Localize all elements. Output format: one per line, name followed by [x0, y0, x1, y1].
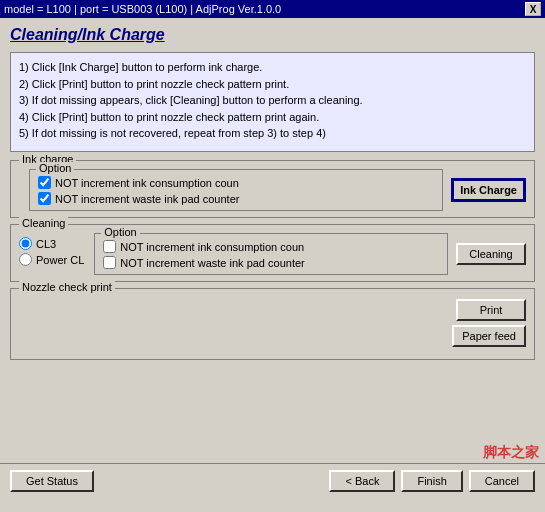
cleaning-checkbox1[interactable] [103, 240, 116, 253]
paper-feed-button[interactable]: Paper feed [452, 325, 526, 347]
bottom-bar: Get Status < Back Finish Cancel [0, 463, 545, 498]
instructions-box: 1) Click [Ink Charge] button to perform … [10, 52, 535, 152]
bottom-right: < Back Finish Cancel [329, 470, 535, 492]
instruction-line-5: 5) If dot missing is not recovered, repe… [19, 125, 526, 142]
ink-charge-option-label: Option [36, 162, 74, 174]
get-status-button[interactable]: Get Status [10, 470, 94, 492]
ink-charge-options: Option NOT increment ink consumption cou… [29, 169, 443, 211]
cleaning-options: Option NOT increment ink consumption cou… [94, 233, 448, 275]
instruction-line-4: 4) Click [Print] button to print nozzle … [19, 109, 526, 126]
back-button[interactable]: < Back [329, 470, 395, 492]
cleaning-radio2-label: Power CL [36, 254, 84, 266]
cleaning-checkbox1-row: NOT increment ink consumption coun [103, 240, 439, 253]
cleaning-section: Cleaning CL3 Power CL Option NOT increme… [10, 224, 535, 282]
ink-charge-button[interactable]: Ink Charge [451, 178, 526, 202]
instruction-line-1: 1) Click [Ink Charge] button to perform … [19, 59, 526, 76]
cleaning-radio2[interactable] [19, 253, 32, 266]
ink-charge-section: Ink charge Option NOT increment ink cons… [10, 160, 535, 218]
ink-charge-checkbox2[interactable] [38, 192, 51, 205]
main-content: Cleaning/Ink Charge 1) Click [Ink Charge… [0, 18, 545, 498]
cleaning-label: Cleaning [19, 217, 68, 229]
cleaning-checkbox2-row: NOT increment waste ink pad counter [103, 256, 439, 269]
title-bar-text: model = L100 | port = USB003 (L100) | Ad… [4, 3, 281, 15]
ink-charge-checkbox2-label: NOT increment waste ink pad counter [55, 193, 239, 205]
cancel-button[interactable]: Cancel [469, 470, 535, 492]
watermark: 脚本之家 [483, 444, 539, 462]
cleaning-checkbox2-label: NOT increment waste ink pad counter [120, 257, 304, 269]
ink-charge-checkbox2-row: NOT increment waste ink pad counter [38, 192, 434, 205]
ink-charge-checkbox1-row: NOT increment ink consumption coun [38, 176, 434, 189]
cleaning-radio1-label: CL3 [36, 238, 56, 250]
cleaning-inner: CL3 Power CL Option NOT increment ink co… [19, 233, 526, 275]
cleaning-radio2-row: Power CL [19, 253, 84, 266]
close-button[interactable]: X [525, 2, 541, 16]
cleaning-radio-group: CL3 Power CL [19, 237, 84, 269]
ink-charge-checkbox1-label: NOT increment ink consumption coun [55, 177, 239, 189]
nozzle-section: Nozzle check print Print Paper feed [10, 288, 535, 360]
instruction-line-3: 3) If dot missing appears, click [Cleani… [19, 92, 526, 109]
ink-charge-checkbox1[interactable] [38, 176, 51, 189]
cleaning-checkbox1-label: NOT increment ink consumption coun [120, 241, 304, 253]
cleaning-radio1-row: CL3 [19, 237, 84, 250]
nozzle-section-label: Nozzle check print [19, 281, 115, 293]
cleaning-option-label: Option [101, 226, 139, 238]
finish-button[interactable]: Finish [401, 470, 462, 492]
title-bar: model = L100 | port = USB003 (L100) | Ad… [0, 0, 545, 18]
instruction-line-2: 2) Click [Print] button to print nozzle … [19, 76, 526, 93]
ink-charge-inner: Option NOT increment ink consumption cou… [19, 169, 526, 211]
nozzle-inner: Print Paper feed [19, 299, 526, 351]
page-title: Cleaning/Ink Charge [10, 26, 535, 44]
cleaning-checkbox2[interactable] [103, 256, 116, 269]
cleaning-button[interactable]: Cleaning [456, 243, 526, 265]
cleaning-radio1[interactable] [19, 237, 32, 250]
bottom-left: Get Status [10, 470, 94, 492]
print-button[interactable]: Print [456, 299, 526, 321]
